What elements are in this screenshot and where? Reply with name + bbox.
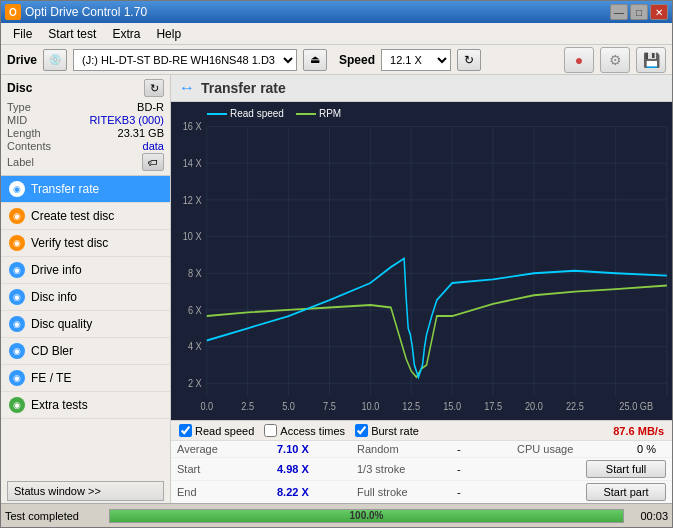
status-text: Test completed [5,510,105,522]
progress-bar: 100.0% [109,509,624,523]
nav-verify-test-disc[interactable]: ◉ Verify test disc [1,230,170,257]
drive-icon: 💿 [43,49,67,71]
svg-text:4 X: 4 X [188,341,202,353]
full-stroke-label: Full stroke [357,486,457,498]
end-label: End [177,486,277,498]
menu-extra[interactable]: Extra [104,25,148,43]
save-button[interactable]: 💾 [636,47,666,73]
nav-label-disc-info: Disc info [31,290,77,304]
nav-extra-tests[interactable]: ◉ Extra tests [1,392,170,419]
nav-label-transfer-rate: Transfer rate [31,182,99,196]
svg-text:10.0: 10.0 [361,400,379,412]
burst-rate-checkbox-item: Burst rate [355,424,419,437]
settings-button[interactable]: ⚙ [600,47,630,73]
cpu-usage-label: CPU usage [517,443,637,455]
legend-rpm: RPM [296,108,341,119]
disc-refresh-button[interactable]: ↻ [144,79,164,97]
random-value: - [457,443,517,455]
disc-label-label: Label [7,156,34,168]
chart-title: Transfer rate [201,80,286,96]
nav-label-disc-quality: Disc quality [31,317,92,331]
access-times-checkbox-item: Access times [264,424,345,437]
svg-text:20.0: 20.0 [525,400,543,412]
nav-create-test-disc[interactable]: ◉ Create test disc [1,203,170,230]
svg-text:7.5: 7.5 [323,400,336,412]
burst-rate-value: 87.6 MB/s [613,425,664,437]
drive-label: Drive [7,53,37,67]
nav-icon-create-test-disc: ◉ [9,208,25,224]
disc-button[interactable]: ● [564,47,594,73]
drive-select[interactable]: (J:) HL-DT-ST BD-RE WH16NS48 1.D3 [73,49,297,71]
stroke-1-3-value: - [457,463,517,475]
burst-rate-checkbox[interactable] [355,424,368,437]
status-window-button[interactable]: Status window >> [7,481,164,501]
time-label: 00:03 [628,510,668,522]
nav-icon-fe-te: ◉ [9,370,25,386]
access-times-label: Access times [280,425,345,437]
nav-transfer-rate[interactable]: ◉ Transfer rate [1,176,170,203]
speed-label: Speed [339,53,375,67]
refresh-button[interactable]: ↻ [457,49,481,71]
chart-svg: 16 X 14 X 12 X 10 X 8 X 6 X 4 X 2 X 0.0 … [171,102,672,420]
svg-rect-0 [171,102,672,420]
svg-text:22.5: 22.5 [566,400,584,412]
start-value: 4.98 X [277,463,357,475]
chart-icon: ↔ [179,79,195,97]
svg-text:12 X: 12 X [183,194,202,206]
disc-length-label: Length [7,127,41,139]
start-full-button[interactable]: Start full [586,460,666,478]
nav-icon-cd-bler: ◉ [9,343,25,359]
disc-label-button[interactable]: 🏷 [142,153,164,171]
nav-label-verify-test-disc: Verify test disc [31,236,108,250]
access-times-checkbox[interactable] [264,424,277,437]
nav-icon-disc-info: ◉ [9,289,25,305]
nav-label-extra-tests: Extra tests [31,398,88,412]
menu-help[interactable]: Help [148,25,189,43]
start-label: Start [177,463,277,475]
burst-rate-label: Burst rate [371,425,419,437]
svg-text:25.0 GB: 25.0 GB [619,400,653,412]
end-value: 8.22 X [277,486,357,498]
menubar: File Start test Extra Help [1,23,672,45]
disc-type-value: BD-R [137,101,164,113]
average-label: Average [177,443,277,455]
disc-contents-label: Contents [7,140,51,152]
close-button[interactable]: ✕ [650,4,668,20]
maximize-button[interactable]: □ [630,4,648,20]
svg-text:12.5: 12.5 [402,400,420,412]
svg-text:6 X: 6 X [188,304,202,316]
nav-cd-bler[interactable]: ◉ CD Bler [1,338,170,365]
app-title: Opti Drive Control 1.70 [25,5,147,19]
nav-drive-info[interactable]: ◉ Drive info [1,257,170,284]
read-speed-checkbox-item: Read speed [179,424,254,437]
menu-file[interactable]: File [5,25,40,43]
nav-disc-quality[interactable]: ◉ Disc quality [1,311,170,338]
svg-text:10 X: 10 X [183,230,202,242]
nav-label-drive-info: Drive info [31,263,82,277]
nav-label-create-test-disc: Create test disc [31,209,114,223]
disc-panel-title: Disc [7,81,32,95]
svg-text:15.0: 15.0 [443,400,461,412]
disc-type-label: Type [7,101,31,113]
read-speed-checkbox[interactable] [179,424,192,437]
start-part-button[interactable]: Start part [586,483,666,501]
legend-read-speed: Read speed [207,108,284,119]
nav-icon-drive-info: ◉ [9,262,25,278]
nav-label-fe-te: FE / TE [31,371,71,385]
minimize-button[interactable]: — [610,4,628,20]
nav-disc-info[interactable]: ◉ Disc info [1,284,170,311]
statusbar: Test completed 100.0% 00:03 [1,503,672,527]
svg-text:8 X: 8 X [188,267,202,279]
read-speed-label: Read speed [195,425,254,437]
speed-select[interactable]: 12.1 X [381,49,451,71]
nav-fe-te[interactable]: ◉ FE / TE [1,365,170,392]
app-icon: O [5,4,21,20]
eject-button[interactable]: ⏏ [303,49,327,71]
random-label: Random [357,443,457,455]
disc-contents-value: data [143,140,164,152]
svg-text:16 X: 16 X [183,120,202,132]
full-stroke-value: - [457,486,517,498]
nav-icon-verify-test-disc: ◉ [9,235,25,251]
menu-start-test[interactable]: Start test [40,25,104,43]
svg-text:14 X: 14 X [183,157,202,169]
